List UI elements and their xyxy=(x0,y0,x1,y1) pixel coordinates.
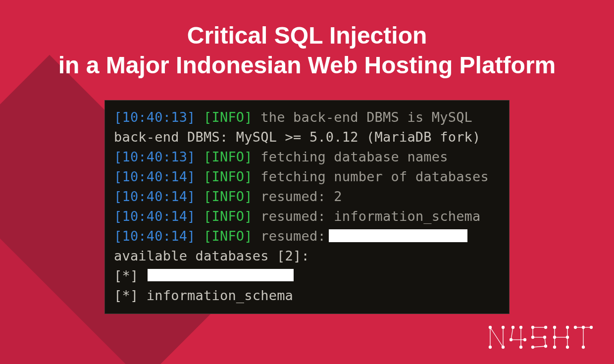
log-message: back-end DBMS: MySQL >= 5.0.12 (MariaDB … xyxy=(114,129,481,145)
svg-line-12 xyxy=(511,327,513,340)
timestamp: [10:40:14] xyxy=(114,228,196,244)
log-message: resumed: xyxy=(260,228,326,244)
redacted-block xyxy=(148,269,294,281)
svg-line-5 xyxy=(490,327,503,347)
db-bullet: [*] xyxy=(114,268,138,283)
log-level: [INFO] xyxy=(204,228,253,244)
redacted-block xyxy=(329,229,467,242)
log-level: [INFO] xyxy=(204,149,253,164)
page-title: Critical SQL Injection in a Major Indone… xyxy=(0,0,614,80)
timestamp: [10:40:14] xyxy=(114,169,196,184)
terminal-output: [10:40:13] [INFO] the back-end DBMS is M… xyxy=(104,100,510,314)
log-message: resumed: information_schema xyxy=(260,208,480,224)
title-line-1: Critical SQL Injection xyxy=(187,22,427,49)
timestamp: [10:40:13] xyxy=(114,109,196,125)
log-level: [INFO] xyxy=(204,189,253,204)
log-message: available databases [2]: xyxy=(114,248,309,263)
title-line-2: in a Major Indonesian Web Hosting Platfo… xyxy=(58,52,556,78)
db-bullet: [*] xyxy=(114,288,138,303)
brand-logo xyxy=(486,322,595,354)
timestamp: [10:40:13] xyxy=(114,149,196,164)
log-level: [INFO] xyxy=(204,109,253,125)
log-level: [INFO] xyxy=(204,169,253,184)
log-message: fetching database names xyxy=(260,149,448,164)
timestamp: [10:40:14] xyxy=(114,189,196,204)
log-level: [INFO] xyxy=(204,208,253,224)
db-name: information_schema xyxy=(147,288,293,303)
log-message: resumed: 2 xyxy=(260,189,342,204)
log-message: the back-end DBMS is MySQL xyxy=(260,109,472,125)
log-message: fetching number of databases xyxy=(260,169,489,184)
timestamp: [10:40:14] xyxy=(114,208,196,224)
svg-line-25 xyxy=(533,346,546,347)
